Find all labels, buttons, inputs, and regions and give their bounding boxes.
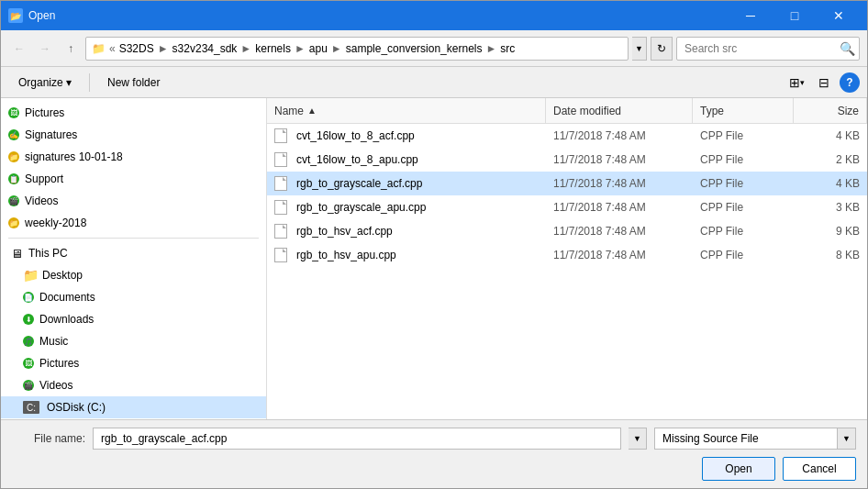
filetype-container: Missing Source File ▼ <box>654 428 856 450</box>
support-icon: 📋 <box>8 173 19 184</box>
file-date-cell: 11/7/2018 7:48 AM <box>546 201 693 214</box>
toolbar-right: ⊞ ▾ ⊟ ? <box>785 71 860 94</box>
file-name-cell: rgb_to_hsv_acf.cpp <box>267 224 546 239</box>
videos-icon: 🎬 <box>8 195 19 206</box>
file-name-cell: rgb_to_hsv_apu.cpp <box>267 248 546 262</box>
file-name-cell: cvt_16low_to_8_acf.cpp <box>267 128 546 143</box>
signatures-date-icon: 📁 <box>8 151 19 162</box>
address-bar: ← → ↑ 📁 « S32DS ► s32v234_sdk ► kernels … <box>1 30 867 67</box>
title-bar: 📂 Open ─ □ ✕ <box>1 1 867 30</box>
forward-button[interactable]: → <box>34 38 56 60</box>
open-button[interactable]: Open <box>702 457 775 481</box>
file-date-cell: 11/7/2018 7:48 AM <box>546 153 693 166</box>
file-icon <box>274 248 287 262</box>
sidebar-item-pictures[interactable]: 🖼 Pictures <box>1 102 266 124</box>
sidebar-item-downloads[interactable]: ⬇ Downloads <box>1 308 266 330</box>
file-list: Name ▲ Date modified Type Size cvt_16 <box>267 98 867 419</box>
col-header-type[interactable]: Type <box>693 98 794 123</box>
sidebar-label-support: Support <box>25 172 63 185</box>
search-input[interactable] <box>677 38 835 60</box>
filename-label: File name: <box>12 432 85 445</box>
file-icon <box>274 152 287 167</box>
sidebar-item-this-pc[interactable]: 🖥 This PC <box>1 242 266 264</box>
sidebar-item-desktop[interactable]: 📁 Desktop <box>1 264 266 286</box>
path-icon: 📁 <box>92 42 106 55</box>
filename-input[interactable] <box>93 428 621 450</box>
table-row[interactable]: cvt_16low_to_8_acf.cpp 11/7/2018 7:48 AM… <box>267 124 867 148</box>
filename-dropdown-btn[interactable]: ▼ <box>629 428 647 450</box>
sidebar-label-signatures-date: signatures 10-01-18 <box>25 150 123 163</box>
sort-icon-name: ▲ <box>307 106 317 116</box>
file-type-cell: CPP File <box>693 225 794 238</box>
sidebar-label-signatures: Signatures <box>25 128 77 141</box>
col-header-size[interactable]: Size <box>794 98 867 123</box>
search-box: 🔍 <box>676 37 860 61</box>
window-controls: ─ □ ✕ <box>729 1 860 30</box>
maximize-button[interactable]: □ <box>773 1 816 30</box>
table-row[interactable]: rgb_to_hsv_apu.cpp 11/7/2018 7:48 AM CPP… <box>267 243 867 267</box>
path-kernels: kernels <box>255 42 291 55</box>
up-button[interactable]: ↑ <box>60 38 82 60</box>
filename-row: File name: ▼ Missing Source File ▼ <box>12 428 856 450</box>
filetype-select[interactable]: Missing Source File <box>654 428 838 450</box>
sidebar-item-music[interactable]: 🎵 Music <box>1 330 266 352</box>
file-list-body: cvt_16low_to_8_acf.cpp 11/7/2018 7:48 AM… <box>267 124 867 419</box>
sidebar-item-videos[interactable]: 🎬 Videos <box>1 190 266 212</box>
col-header-date[interactable]: Date modified <box>546 98 693 123</box>
col-header-name[interactable]: Name ▲ <box>267 98 546 123</box>
bottom-bar: File name: ▼ Missing Source File ▼ Open … <box>1 419 867 488</box>
sidebar-label-documents: Documents <box>39 291 95 304</box>
sidebar-item-osdisk[interactable]: C: OSDisk (C:) <box>1 396 266 418</box>
address-dropdown-btn[interactable]: ▼ <box>632 37 647 61</box>
file-size-cell: 4 KB <box>794 177 867 190</box>
table-row[interactable]: rgb_to_hsv_acf.cpp 11/7/2018 7:48 AM CPP… <box>267 219 867 243</box>
cancel-button[interactable]: Cancel <box>783 457 856 481</box>
sidebar-divider-1 <box>8 238 259 239</box>
pane-icon: ⊟ <box>818 75 829 90</box>
close-button[interactable]: ✕ <box>818 1 860 30</box>
sidebar-label-videos2: Videos <box>39 379 72 392</box>
sidebar-item-signatures[interactable]: ✍ Signatures <box>1 124 266 146</box>
file-size-cell: 9 KB <box>794 225 867 238</box>
file-size-cell: 4 KB <box>794 129 867 142</box>
file-name-cell: rgb_to_grayscale_apu.cpp <box>267 200 546 215</box>
pane-button[interactable]: ⊟ <box>812 71 836 94</box>
view-toggle-button[interactable]: ⊞ ▾ <box>785 71 808 94</box>
toolbar-separator <box>89 73 90 92</box>
toolbar: Organize ▾ New folder ⊞ ▾ ⊟ ? <box>1 67 867 98</box>
sidebar-item-documents[interactable]: 📄 Documents <box>1 286 266 308</box>
window-icon: 📂 <box>8 8 23 23</box>
sidebar-item-pictures2[interactable]: 🖼 Pictures <box>1 352 266 374</box>
filetype-dropdown-btn[interactable]: ▼ <box>838 428 856 450</box>
search-icon-button[interactable]: 🔍 <box>835 38 859 60</box>
music-icon: 🎵 <box>23 336 34 347</box>
organize-button[interactable]: Organize ▾ <box>8 71 82 94</box>
file-size-cell: 2 KB <box>794 153 867 166</box>
sidebar-item-support[interactable]: 📋 Support <box>1 168 266 190</box>
back-button[interactable]: ← <box>8 38 30 60</box>
downloads-icon: ⬇ <box>23 314 34 325</box>
table-row[interactable]: cvt_16low_to_8_apu.cpp 11/7/2018 7:48 AM… <box>267 148 867 172</box>
osdisk-icon: C: <box>23 401 39 414</box>
sidebar-label-music: Music <box>39 335 68 348</box>
file-icon <box>274 224 287 239</box>
sidebar-item-signatures-date[interactable]: 📁 signatures 10-01-18 <box>1 146 266 168</box>
file-size-cell: 3 KB <box>794 201 867 214</box>
sidebar-item-videos2[interactable]: 🎬 Videos <box>1 374 266 396</box>
help-button[interactable]: ? <box>840 72 860 93</box>
new-folder-button[interactable]: New folder <box>97 71 170 94</box>
sidebar-label-osdisk: OSDisk (C:) <box>47 401 106 414</box>
main-content: 🖼 Pictures ✍ Signatures 📁 signatures 10-… <box>1 98 867 419</box>
table-row[interactable]: rgb_to_grayscale_apu.cpp 11/7/2018 7:48 … <box>267 195 867 219</box>
table-row[interactable]: rgb_to_grayscale_acf.cpp 11/7/2018 7:48 … <box>267 172 867 195</box>
action-row: Open Cancel <box>12 457 856 481</box>
file-list-header: Name ▲ Date modified Type Size <box>267 98 867 124</box>
file-type-cell: CPP File <box>693 201 794 214</box>
address-path[interactable]: 📁 « S32DS ► s32v234_sdk ► kernels ► apu … <box>85 37 629 61</box>
weekly-icon: 📁 <box>8 217 19 228</box>
file-type-cell: CPP File <box>693 249 794 261</box>
refresh-button[interactable]: ↻ <box>651 37 673 61</box>
sidebar-item-weekly[interactable]: 📁 weekly-2018 <box>1 212 266 234</box>
path-sdk: s32v234_sdk <box>172 42 238 55</box>
minimize-button[interactable]: ─ <box>729 1 772 30</box>
